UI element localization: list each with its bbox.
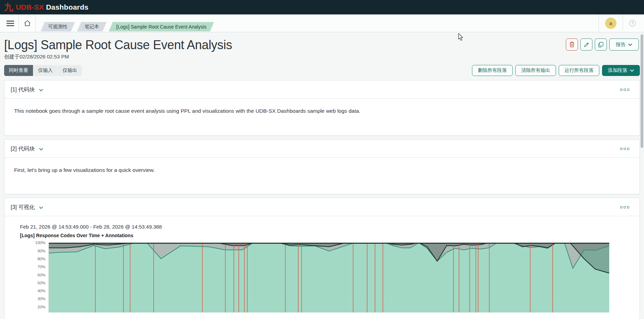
y-axis-tick: 40% bbox=[37, 289, 45, 293]
nav-divider bbox=[599, 14, 599, 32]
brand-logo-icon: 九 bbox=[4, 3, 13, 12]
chevron-down-icon bbox=[39, 89, 43, 91]
y-axis-tick: 30% bbox=[37, 297, 45, 301]
view-mode-group: 同时查看 仅输入 仅输出 bbox=[4, 65, 82, 76]
page-title: [Logs] Sample Root Cause Event Analysis bbox=[4, 38, 640, 52]
y-axis-tick: 70% bbox=[37, 265, 45, 269]
home-button[interactable] bbox=[20, 16, 34, 30]
y-axis-tick: 20% bbox=[37, 305, 45, 309]
clear-all-outputs-button[interactable]: 清除所有输出 bbox=[515, 65, 556, 76]
menu-button[interactable] bbox=[3, 16, 17, 30]
trash-icon bbox=[569, 42, 575, 47]
visualization-date-range: Feb 21, 2026 @ 14:53:49.000 - Feb 28, 20… bbox=[20, 224, 640, 230]
brand-name: UDB-SX bbox=[16, 3, 44, 11]
nav-divider bbox=[19, 14, 19, 32]
y-axis-tick: 90% bbox=[37, 249, 45, 253]
nav-divider bbox=[623, 14, 623, 32]
brand-title: UDB-SXDashboards bbox=[16, 3, 88, 11]
add-paragraph-label: 添加段落 bbox=[608, 67, 627, 74]
paragraph-card-3: [3] 可视化 Feb 21, 2026 @ 14:53:49.000 - Fe… bbox=[4, 198, 640, 319]
y-axis-tick: 100% bbox=[35, 241, 45, 245]
avatar[interactable]: a bbox=[605, 18, 616, 29]
y-axis-tick: 50% bbox=[37, 281, 45, 285]
breadcrumb-current-notebook: [Logs] Sample Root Cause Event Analysis bbox=[109, 22, 214, 32]
page-head: [Logs] Sample Root Cause Event Analysis … bbox=[4, 32, 640, 60]
paragraph-2-collapse-toggle[interactable]: [2] 代码块 bbox=[11, 145, 43, 153]
chevron-down-icon bbox=[630, 69, 634, 72]
report-menu-button[interactable]: 报告 bbox=[609, 38, 639, 51]
page-scrollbar[interactable] bbox=[641, 34, 643, 148]
add-paragraph-button[interactable]: 添加段落 bbox=[602, 65, 640, 76]
delete-all-paragraphs-button[interactable]: 删除所有段落 bbox=[472, 65, 513, 76]
response-codes-chart[interactable] bbox=[49, 243, 609, 312]
nav-divider bbox=[35, 14, 36, 32]
chevron-down-icon bbox=[39, 148, 43, 151]
home-icon bbox=[24, 20, 31, 26]
chart-container: 100%90%80%70%60%50%40%30%20% bbox=[20, 243, 640, 312]
breadcrumb-observability[interactable]: 可观测性 bbox=[41, 22, 75, 32]
view-mode-input-only[interactable]: 仅输入 bbox=[33, 65, 58, 76]
paragraph-1-output: This notebook goes through a sample root… bbox=[4, 99, 640, 123]
paragraph-2-output: First, let's bring up a few visualizatio… bbox=[4, 158, 640, 182]
hamburger-icon bbox=[7, 20, 14, 26]
y-axis-tick: 80% bbox=[37, 257, 45, 261]
paragraph-1-title: [1] 代码块 bbox=[11, 86, 35, 94]
duplicate-notebook-button[interactable] bbox=[595, 38, 607, 51]
created-timestamp: 创建于02/28/2026 02:53 PM bbox=[4, 54, 640, 60]
nav-bar: 可观测性 笔记本 [Logs] Sample Root Cause Event … bbox=[0, 14, 644, 32]
paragraph-1-header: [1] 代码块 bbox=[4, 80, 640, 98]
paragraph-actions: 删除所有段落 清除所有输出 运行所有段落 添加段落 bbox=[472, 65, 640, 76]
view-mode-view-both[interactable]: 同时查看 bbox=[4, 65, 33, 76]
chevron-down-icon bbox=[39, 206, 43, 209]
breadcrumb-notebooks[interactable]: 笔记本 bbox=[77, 22, 107, 32]
chart-y-axis: 100%90%80%70%60%50%40%30%20% bbox=[20, 243, 49, 312]
chart-plot-area bbox=[49, 243, 609, 312]
paragraph-3-title: [3] 可视化 bbox=[11, 204, 35, 211]
visualization-title: [Logs] Response Codes Over Time + Annota… bbox=[20, 233, 640, 238]
run-all-paragraphs-button[interactable]: 运行所有段落 bbox=[559, 65, 599, 76]
paragraph-2-title: [2] 代码块 bbox=[11, 145, 35, 153]
paragraph-3-menu-button[interactable] bbox=[619, 205, 631, 210]
view-mode-output-only[interactable]: 仅输出 bbox=[58, 65, 82, 76]
paragraph-2-header: [2] 代码块 bbox=[4, 140, 640, 157]
notebook-actions: 报告 bbox=[566, 38, 639, 51]
visualization-meta: Feb 21, 2026 @ 14:53:49.000 - Feb 28, 20… bbox=[4, 216, 640, 312]
delete-notebook-button[interactable] bbox=[566, 38, 578, 51]
paragraph-card-2: [2] 代码块 First, let's bring up a few visu… bbox=[4, 139, 640, 194]
copy-icon bbox=[598, 42, 603, 47]
report-label: 报告 bbox=[616, 42, 625, 48]
breadcrumb: 可观测性 笔记本 [Logs] Sample Root Cause Event … bbox=[41, 14, 214, 32]
paragraph-1-collapse-toggle[interactable]: [1] 代码块 bbox=[11, 86, 43, 94]
paragraph-3-collapse-toggle[interactable]: [3] 可视化 bbox=[11, 204, 43, 211]
paragraph-1-menu-button[interactable] bbox=[619, 87, 631, 92]
help-icon[interactable]: ? bbox=[629, 20, 636, 26]
toolbar: 同时查看 仅输入 仅输出 删除所有段落 清除所有输出 运行所有段落 添加段落 bbox=[4, 65, 640, 76]
paragraph-2-menu-button[interactable] bbox=[619, 146, 631, 151]
edit-notebook-button[interactable] bbox=[580, 38, 592, 51]
nav-right: a ? bbox=[597, 14, 641, 32]
brand-product: Dashboards bbox=[46, 3, 88, 11]
paragraph-card-1: [1] 代码块 This notebook goes through a sam… bbox=[4, 80, 640, 136]
pencil-icon bbox=[584, 42, 589, 47]
app-header: 九 UDB-SXDashboards bbox=[0, 0, 644, 14]
y-axis-tick: 60% bbox=[37, 273, 45, 277]
paragraph-3-header: [3] 可视化 bbox=[4, 198, 640, 216]
chevron-down-icon bbox=[628, 43, 632, 46]
